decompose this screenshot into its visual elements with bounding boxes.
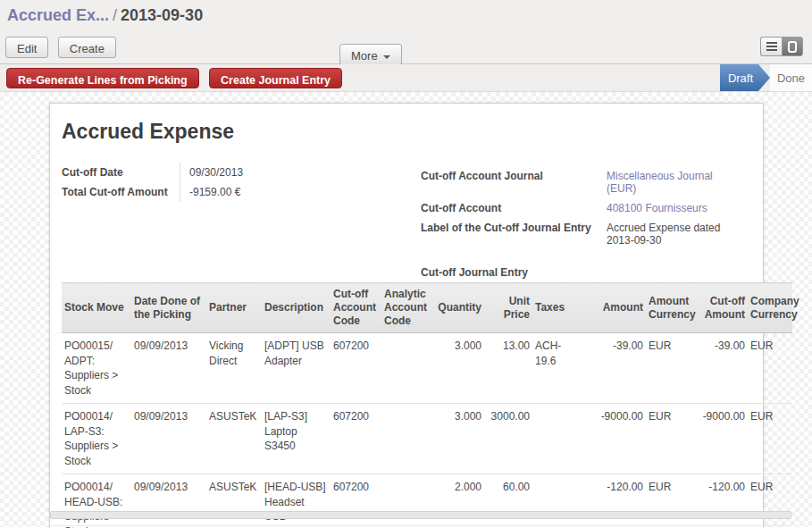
- column-header[interactable]: Unit Price: [484, 283, 532, 333]
- table-cell: -9000.00: [697, 404, 748, 474]
- field-value-cutoff-date: 09/30/2013: [180, 163, 322, 182]
- table-cell: ASUSTeK: [206, 404, 262, 474]
- form-sheet: Accrued Expense Cut-off Date 09/30/2013 …: [49, 103, 764, 528]
- table-cell: 09/09/2013: [131, 333, 206, 404]
- table-cell: 607200: [331, 333, 381, 404]
- table-cell: [532, 474, 579, 528]
- table-cell: EUR: [748, 404, 792, 474]
- table-cell: EUR: [646, 404, 697, 474]
- create-button[interactable]: Create: [58, 37, 116, 58]
- statusbar: Draft Done: [720, 64, 812, 91]
- column-header[interactable]: Date Done of the Picking: [131, 283, 206, 333]
- table-row[interactable]: PO00014/ HEAD-USB: Suppliers > Stock09/0…: [62, 474, 792, 528]
- field-value-journal-entry-label: Accrued Expense dated 2013-09-30: [598, 218, 732, 250]
- column-header[interactable]: Analytic Account Code: [381, 283, 432, 333]
- field-value-total-cutoff-amount: -9159.00 €: [180, 182, 322, 202]
- form-view-button[interactable]: [782, 37, 803, 56]
- table-cell: 607200: [331, 404, 381, 474]
- table-cell: [381, 333, 432, 404]
- column-header[interactable]: Amount Currency: [646, 283, 697, 333]
- page-title: Accrued Expense: [62, 120, 234, 144]
- column-header[interactable]: Cut-off Amount: [697, 283, 748, 333]
- more-button-label: More: [351, 49, 378, 63]
- field-label-cutoff-account-journal: Cut-off Account Journal: [421, 166, 598, 198]
- column-header[interactable]: Description: [262, 283, 331, 333]
- chevron-down-icon: [383, 55, 390, 59]
- column-header[interactable]: Quantity: [432, 283, 484, 333]
- field-label-cutoff-journal-entry: Cut-off Journal Entry: [421, 263, 598, 282]
- toolbar: Edit Create More: [0, 29, 812, 64]
- field-label-cutoff-account: Cut-off Account: [421, 198, 598, 218]
- cutoff-account-journal-link[interactable]: Miscellaneous Journal (EUR): [607, 170, 713, 195]
- breadcrumb: Accrued Ex.../2013-09-30: [7, 6, 812, 25]
- table-cell: [381, 474, 432, 528]
- column-header[interactable]: Company Currency: [748, 283, 792, 333]
- breadcrumb-separator: /: [109, 6, 121, 24]
- table-cell: -120.00: [579, 474, 646, 528]
- table-cell: 09/09/2013: [131, 474, 206, 528]
- create-journal-entry-button[interactable]: Create Journal Entry: [209, 68, 342, 88]
- table-cell: -120.00: [697, 474, 748, 528]
- table-cell: EUR: [748, 474, 792, 528]
- table-cell: 3.000: [432, 333, 484, 404]
- field-group-left: Cut-off Date 09/30/2013 Total Cut-off Am…: [62, 163, 322, 202]
- table-cell: -9000.00: [579, 404, 646, 474]
- table-cell: 60.00: [484, 474, 532, 528]
- table-cell: PO00014/ LAP-S3: Suppliers > Stock: [62, 404, 131, 474]
- table-cell: 13.00: [484, 333, 532, 404]
- more-button[interactable]: More: [339, 44, 402, 65]
- column-header[interactable]: Amount: [579, 283, 646, 333]
- table-cell: EUR: [748, 333, 792, 404]
- table-cell: PO00015/ ADPT: Suppliers > Stock: [62, 333, 131, 404]
- table-cell: [HEAD-USB] Headset USB: [262, 474, 331, 528]
- table-cell: -39.00: [697, 333, 748, 404]
- action-bar: Re-Generate Lines from Picking Create Jo…: [0, 64, 812, 92]
- field-value-cutoff-journal-entry: [598, 263, 732, 282]
- column-header[interactable]: Cut-off Account Code: [331, 283, 381, 333]
- sheet-section-divider: [49, 525, 791, 526]
- table-cell: EUR: [646, 474, 697, 528]
- table-cell: [381, 404, 432, 474]
- field-group-right: Cut-off Account Journal Miscellaneous Jo…: [421, 166, 732, 282]
- table-cell: ASUSTeK: [206, 474, 262, 528]
- table-cell: [532, 404, 579, 474]
- top-bar: Accrued Ex.../2013-09-30: [0, 0, 812, 29]
- status-done[interactable]: Done: [770, 64, 812, 91]
- horizontal-scrollbar[interactable]: [50, 511, 791, 519]
- view-switcher: [760, 37, 803, 56]
- table-cell: PO00014/ HEAD-USB: Suppliers > Stock: [62, 474, 131, 528]
- cutoff-account-link[interactable]: 408100 Fournisseurs: [607, 202, 707, 214]
- table-cell: 2.000: [432, 474, 484, 528]
- edit-button[interactable]: Edit: [5, 37, 48, 58]
- field-label-journal-entry-label: Label of the Cut-off Journal Entry: [421, 218, 598, 250]
- table-cell: [LAP-S3] Laptop S3450: [262, 404, 331, 474]
- column-header[interactable]: Partner: [206, 283, 262, 333]
- status-draft[interactable]: Draft: [720, 64, 770, 91]
- table-cell: [ADPT] USB Adapter: [262, 333, 331, 404]
- table-cell: 3000.00: [484, 404, 532, 474]
- field-label-total-cutoff-amount: Total Cut-off Amount: [62, 182, 180, 202]
- table-row[interactable]: PO00014/ LAP-S3: Suppliers > Stock09/09/…: [62, 404, 792, 474]
- column-header[interactable]: Stock Move: [62, 283, 131, 333]
- regenerate-lines-button[interactable]: Re-Generate Lines from Picking: [6, 68, 199, 88]
- table-row[interactable]: PO00015/ ADPT: Suppliers > Stock09/09/20…: [62, 333, 792, 404]
- breadcrumb-parent-link[interactable]: Accrued Ex...: [7, 6, 109, 24]
- table-cell: EUR: [646, 333, 697, 404]
- form-icon: [788, 41, 797, 53]
- table-header-row: Stock MoveDate Done of the PickingPartne…: [62, 283, 792, 333]
- list-view-button[interactable]: [760, 37, 782, 56]
- table-cell: 607200: [331, 474, 381, 528]
- content-area: Accrued Expense Cut-off Date 09/30/2013 …: [0, 92, 812, 527]
- table-cell: ACH-19.6: [532, 333, 579, 404]
- lines-table: Stock MoveDate Done of the PickingPartne…: [62, 282, 792, 528]
- field-label-cutoff-date: Cut-off Date: [62, 163, 180, 182]
- breadcrumb-current: 2013-09-30: [121, 6, 203, 24]
- list-icon: [766, 42, 777, 44]
- column-header[interactable]: Taxes: [532, 283, 579, 333]
- table-cell: -39.00: [579, 333, 646, 404]
- table-cell: 09/09/2013: [131, 404, 206, 474]
- table-cell: 3.000: [432, 404, 484, 474]
- cutoff-lines-list: Stock MoveDate Done of the PickingPartne…: [62, 282, 792, 528]
- table-cell: Vicking Direct: [206, 333, 262, 404]
